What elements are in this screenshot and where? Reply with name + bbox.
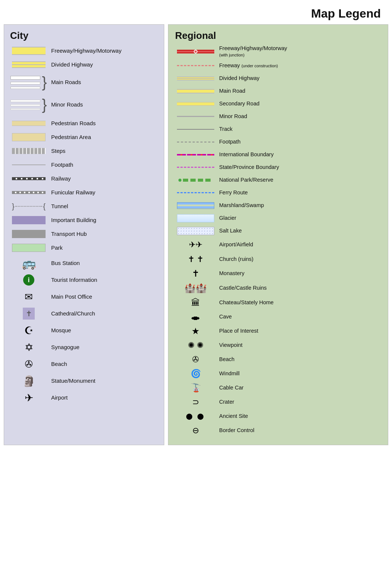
reg-ferry-label: Ferry Route [216, 190, 248, 196]
funicular-symbol [10, 191, 47, 194]
list-item: ⊃ Crater [175, 396, 382, 408]
list-item: Footpath [10, 159, 158, 170]
list-item: ✉ Main Post Office [10, 290, 158, 304]
reg-secondary-symbol [175, 102, 216, 106]
main-roads-symbol: } [10, 73, 47, 92]
reg-freeway-construct-label: Freeway (under construction) [216, 62, 278, 69]
list-item: ★ Place of Interest [175, 325, 382, 337]
reg-cable-car-symbol: 🚡 [175, 383, 216, 393]
reg-cave-symbol: 🕳 [175, 312, 216, 322]
reg-chateau-symbol: 🏛 [175, 298, 216, 308]
reg-castle-symbol: 🏰🏰 [175, 283, 216, 293]
list-item: Track [175, 124, 382, 135]
reg-glacier-symbol [175, 214, 216, 222]
steps-label: Steps [47, 148, 65, 154]
reg-airport-symbol: ✈✈ [175, 240, 216, 250]
reg-place-interest-symbol: ★ [175, 326, 216, 336]
reg-minor-label: Minor Road [216, 113, 247, 120]
bus-station-symbol: 🚌 [10, 257, 47, 270]
reg-national-park-label: National Park/Reserve [216, 177, 273, 183]
reg-castle-label: Castle/Castle Ruins [216, 285, 267, 291]
list-item: National Park/Reserve [175, 175, 382, 185]
airport-city-label: Airport [47, 394, 68, 401]
reg-track-label: Track [216, 126, 233, 132]
freeway-city-label: Freeway/Highway/Motorway [47, 47, 121, 54]
reg-windmill-label: Windmill [216, 370, 240, 377]
reg-chateau-label: Chateau/Stately Home [216, 299, 274, 306]
list-item: Secondary Road [175, 99, 382, 109]
mosque-label: Mosque [47, 327, 71, 334]
list-item: ✡ Synagogue [10, 340, 158, 354]
railway-label: Railway [47, 175, 71, 182]
beach-city-symbol: ✇ [10, 358, 47, 370]
list-item: Marshland/Swamp [175, 200, 382, 211]
reg-national-park-symbol [175, 179, 216, 182]
list-item: Steps [10, 145, 158, 157]
list-item: ⬤ ⬤ Ancient Site [175, 410, 382, 422]
list-item: 🚡 Cable Car [175, 382, 382, 394]
list-item: Divided Highway [10, 59, 158, 70]
list-item: ✝ Cathedral/Church [10, 306, 158, 321]
reg-ferry-symbol [175, 192, 216, 193]
reg-monastery-label: Monastery [216, 270, 245, 277]
list-item: ✝ ✝ Church (ruins) [175, 253, 382, 265]
list-item: Freeway (under construction) [175, 61, 382, 71]
divided-hwy-city-symbol [10, 61, 47, 68]
list-item: ✇ Beach [10, 357, 158, 371]
tunnel-label: Tunnel [47, 203, 68, 210]
bus-station-label: Bus Station [47, 260, 80, 267]
pedestrian-roads-symbol [10, 121, 47, 126]
list-item: ⊖ Border Control [175, 425, 382, 437]
tourist-info-label: Tourist Information [47, 277, 97, 283]
reg-crater-symbol: ⊃ [175, 397, 216, 407]
regional-column: Regional Freeway/Highway/Motorway (with … [168, 24, 388, 445]
list-item: 🏰🏰 Castle/Castle Ruins [175, 282, 382, 295]
regional-title: Regional [175, 30, 382, 41]
city-title: City [10, 30, 158, 41]
reg-intl-boundary-symbol [175, 154, 216, 155]
list-item: Main Road [175, 86, 382, 96]
post-office-label: Main Post Office [47, 293, 92, 300]
reg-main-road-symbol [175, 89, 216, 93]
list-item: Pedestrian Area [10, 132, 158, 143]
list-item: ☪ Mosque [10, 323, 158, 338]
list-item: Minor Road [175, 111, 382, 122]
reg-viewpoint-label: Viewpoint [216, 342, 243, 348]
list-item: Freeway/Highway/Motorway [10, 45, 158, 56]
railway-symbol [10, 177, 47, 180]
minor-roads-symbol: } [10, 95, 47, 114]
list-item: i Tourist Information [10, 273, 158, 287]
post-office-symbol: ✉ [10, 291, 47, 303]
reg-border-control-label: Border Control [216, 427, 254, 434]
reg-secondary-label: Secondary Road [216, 101, 259, 107]
footpath-city-symbol [10, 164, 47, 165]
list-item: ✇ Beach [175, 354, 382, 366]
pedestrian-roads-label: Pedestrian Roads [47, 120, 96, 127]
synagogue-label: Synagogue [47, 344, 80, 351]
beach-city-label: Beach [47, 361, 67, 367]
park-label: Park [47, 244, 63, 251]
divided-hwy-city-label: Divided Highway [47, 61, 93, 68]
list-item: ✺ ✺ Viewpoint [175, 339, 382, 351]
list-item: 🗿 Statue/Monument [10, 374, 158, 388]
reg-freeway-symbol [175, 50, 216, 53]
freeway-city-symbol [10, 47, 47, 55]
list-item: Footpath [175, 137, 382, 147]
reg-marshland-label: Marshland/Swamp [216, 202, 264, 209]
reg-church-label: Church (ruins) [216, 256, 253, 262]
reg-beach-symbol: ✇ [175, 355, 216, 364]
reg-viewpoint-symbol: ✺ ✺ [175, 341, 216, 350]
list-item: } Minor Roads [10, 95, 158, 114]
list-item: Freeway/Highway/Motorway (with junction) [175, 45, 382, 58]
list-item: } Main Roads [10, 73, 158, 92]
main-roads-label: Main Roads [47, 79, 81, 86]
reg-beach-label: Beach [216, 356, 234, 363]
reg-cave-label: Cave [216, 314, 232, 320]
reg-windmill-symbol: 🌀 [175, 369, 216, 379]
park-symbol [10, 244, 47, 252]
reg-place-interest-label: Place of Interest [216, 328, 258, 334]
reg-divided-symbol [175, 77, 216, 80]
airport-city-symbol: ✈ [10, 392, 47, 404]
city-column: City Freeway/Highway/Motorway Divided Hi… [4, 24, 164, 445]
statue-symbol: 🗿 [10, 375, 47, 387]
